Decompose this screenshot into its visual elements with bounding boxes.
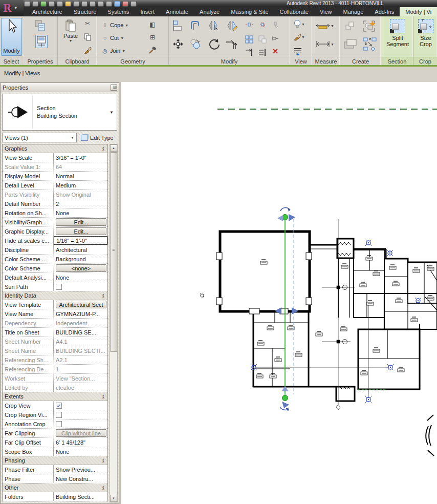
property-value[interactable]: A4.1 xyxy=(53,337,107,346)
panel-label-modify[interactable]: Modify xyxy=(169,57,290,65)
property-value[interactable]: 3/16" = 1'-0" xyxy=(53,153,107,162)
panel-label-crop[interactable]: Crop xyxy=(413,57,437,65)
join-button[interactable]: ◎ Join ▼ xyxy=(101,46,125,55)
trim-extend-single-button[interactable] xyxy=(245,48,254,57)
palette-header[interactable]: Properties ☒ xyxy=(1,83,119,92)
measure-button[interactable]: ▼ xyxy=(315,22,334,30)
override-dropdown-arrow[interactable]: ▼ xyxy=(301,35,305,39)
paste-dropdown-arrow[interactable]: ▼ xyxy=(69,39,73,43)
section-header-phasing[interactable]: Phasing∧∧ xyxy=(3,456,107,465)
value-checkbox-crop-region-vi[interactable] xyxy=(56,412,62,418)
property-value[interactable]: None xyxy=(53,273,107,282)
split-with-gap-button[interactable] xyxy=(258,20,267,30)
move-button[interactable] xyxy=(172,38,184,51)
property-value[interactable]: ✔ xyxy=(53,401,107,410)
section-icon[interactable] xyxy=(106,2,112,6)
property-value[interactable]: Architectural xyxy=(53,245,107,254)
split-element-button[interactable] xyxy=(245,20,254,30)
aligned-dimension-button[interactable]: ▼ xyxy=(315,40,334,48)
type-properties-button[interactable] xyxy=(35,35,48,48)
grid-lines[interactable] xyxy=(255,219,389,410)
type-selector[interactable]: Section Building Section ▼ xyxy=(2,94,117,131)
override-graphics-button[interactable]: ▼ xyxy=(293,33,305,41)
property-value[interactable]: 64 xyxy=(53,162,107,171)
view-visibility-button[interactable]: ▼ xyxy=(293,19,305,29)
property-value[interactable]: Edit... xyxy=(53,218,107,226)
pin-button[interactable] xyxy=(271,35,279,44)
property-value[interactable]: Independent xyxy=(53,319,107,327)
beam-joins-button[interactable]: ◧ xyxy=(148,20,157,29)
value-input-hide-at-scales-c[interactable]: 1/16" = 1'-0" xyxy=(54,236,107,245)
collapse-chevron-icon[interactable]: ∧∧ xyxy=(102,293,104,298)
property-value[interactable]: Medium xyxy=(53,181,107,190)
size-crop-button[interactable]: Size Crop xyxy=(417,19,435,47)
scrollbar-thumb[interactable] xyxy=(110,152,117,352)
undo-icon[interactable] xyxy=(49,2,54,6)
measure-dropdown-arrow[interactable]: ▼ xyxy=(331,24,334,28)
tab-view[interactable]: View xyxy=(314,7,338,16)
section-rotate-grip-bottom[interactable] xyxy=(280,386,289,411)
value-button-graphic-display[interactable]: Edit... xyxy=(56,227,106,235)
value-checkbox-crop-view[interactable]: ✔ xyxy=(56,403,62,409)
collapse-chevron-icon[interactable]: ∧∧ xyxy=(102,394,104,398)
tab-systems[interactable]: Systems xyxy=(102,7,135,16)
property-value[interactable]: 1 xyxy=(53,365,107,373)
aligned-dimension-icon[interactable] xyxy=(74,2,79,6)
property-value[interactable]: Show Original xyxy=(53,190,107,199)
edit-type-button[interactable]: Edit Type xyxy=(81,133,114,142)
properties-palette-button[interactable] xyxy=(34,19,48,34)
array-button[interactable] xyxy=(245,35,254,45)
sync-icon[interactable] xyxy=(41,2,46,6)
tab-annotate[interactable]: Annotate xyxy=(160,7,194,16)
property-value[interactable]: None xyxy=(53,447,107,456)
copy-to-clipboard-button[interactable] xyxy=(83,33,92,42)
create-group-button[interactable] xyxy=(362,19,376,34)
tab-analyze[interactable]: Analyze xyxy=(194,7,225,16)
property-value[interactable]: None xyxy=(53,208,107,217)
create-similar-button[interactable] xyxy=(362,37,377,52)
room-tags[interactable] xyxy=(256,256,434,378)
open-icon[interactable] xyxy=(25,2,30,6)
value-button-visibility-graph[interactable]: Edit... xyxy=(56,218,106,226)
value-checkbox-annotation-crop[interactable] xyxy=(56,421,62,427)
join-dropdown-arrow[interactable]: ▼ xyxy=(122,49,125,53)
property-value[interactable]: Show Previou... xyxy=(53,465,107,474)
panel-label-create[interactable]: Create xyxy=(340,57,381,65)
tab-modify-vi[interactable]: Modify | Vi xyxy=(400,7,437,16)
copy-button[interactable] xyxy=(189,38,202,51)
property-value[interactable]: 1/16" = 1'-0" xyxy=(53,236,107,245)
demolish-button[interactable] xyxy=(148,46,157,55)
match-type-button[interactable] xyxy=(83,46,92,55)
application-menu-button[interactable]: R ▼ xyxy=(0,0,24,16)
offset-button[interactable] xyxy=(189,19,202,33)
property-value[interactable]: Edit... xyxy=(53,227,107,236)
text-icon[interactable] xyxy=(90,2,95,6)
property-value[interactable]: A2.1 xyxy=(53,355,107,364)
type-selector-dropdown-arrow[interactable]: ▼ xyxy=(110,110,114,115)
property-value[interactable] xyxy=(53,410,107,419)
measure-icon[interactable] xyxy=(65,2,71,6)
align-button[interactable] xyxy=(172,19,184,33)
collapse-chevron-icon[interactable]: ∧∧ xyxy=(102,146,104,151)
section-header-other[interactable]: Other∧∧ xyxy=(3,484,107,492)
mirror-draw-axis-button[interactable] xyxy=(226,19,238,33)
tab-architecture[interactable]: Architecture xyxy=(27,7,68,16)
panel-label-measure[interactable]: Measure xyxy=(312,57,340,65)
thin-lines-icon[interactable] xyxy=(115,2,120,6)
tab-manage[interactable]: Manage xyxy=(338,7,369,16)
value-button-view-template[interactable]: Architectural Sect xyxy=(56,301,106,308)
collapse-chevron-icon[interactable]: ∧∧ xyxy=(102,458,104,463)
property-value[interactable]: View "Section... xyxy=(53,374,107,383)
property-value[interactable]: <none> xyxy=(53,264,107,272)
property-value[interactable]: Normal xyxy=(53,172,107,180)
cut-geometry-button[interactable]: ○ Cut ▼ xyxy=(101,33,124,43)
property-value[interactable]: BUILDING SE... xyxy=(53,328,107,337)
property-value[interactable]: New Constru... xyxy=(53,474,107,483)
wall-joins-button[interactable]: ⊞ xyxy=(148,33,157,41)
scroll-up-arrow[interactable]: ▲ xyxy=(110,144,117,152)
drawing-canvas[interactable] xyxy=(121,82,437,504)
cope-button[interactable]: Ⅰ Cope ▼ xyxy=(101,20,128,30)
panel-label-properties[interactable]: Properties xyxy=(23,57,57,65)
section-header-identity-data[interactable]: Identity Data∧∧ xyxy=(3,291,107,300)
property-value[interactable]: Background xyxy=(53,255,107,263)
